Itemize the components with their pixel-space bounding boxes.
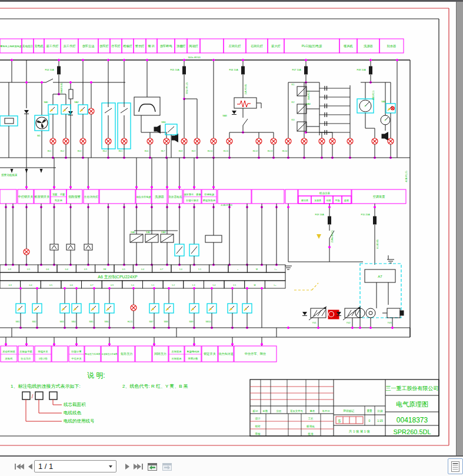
svg-text:0.7: 0.7 (90, 284, 93, 287)
svg-text:批准: 批准 (307, 432, 314, 436)
svg-text:YV2: YV2 (346, 322, 350, 324)
svg-text:0.5: 0.5 (49, 284, 52, 287)
svg-text:HL13: HL13 (268, 150, 273, 152)
svg-text:M: M (256, 268, 258, 271)
previous-view-icon (146, 461, 158, 472)
svg-text:YV1: YV1 (312, 322, 316, 324)
svg-text:签名: 签名 (310, 410, 315, 412)
first-page-button[interactable] (13, 462, 26, 471)
svg-text:SB10: SB10 (206, 321, 211, 323)
svg-text:KA1: KA1 (131, 231, 135, 234)
svg-text:比例: 比例 (377, 410, 383, 413)
svg-text:F07 10A: F07 10A (292, 68, 301, 71)
svg-text:空调电源: 空调电源 (204, 193, 215, 196)
svg-text:HL4: HL4 (103, 150, 107, 152)
svg-text:HL5: HL5 (119, 150, 123, 152)
next-view-icon (161, 461, 173, 472)
svg-text:SB0: SB0 (161, 121, 166, 124)
svg-text:4.0B-RY63: 4.0B-RY63 (221, 204, 232, 207)
svg-text:倒车蜂鸣: 倒车蜂鸣 (160, 44, 172, 48)
page-indicator: 1 / 1 (38, 462, 109, 471)
svg-text:4.0B-R1.25: 4.0B-R1.25 (405, 171, 408, 182)
svg-text:组合仪表: 组合仪表 (319, 192, 331, 195)
svg-text:SB7: SB7 (149, 321, 154, 323)
svg-text:舱室锁开关: 舱室锁开关 (35, 195, 50, 198)
svg-text:F04 10A: F04 10A (45, 68, 54, 71)
svg-text:25Wb-B1.25: 25Wb-B1.25 (331, 230, 334, 242)
page-view-button[interactable] (448, 458, 463, 474)
pdf-toolbar: 1 / 1 (0, 455, 463, 476)
svg-text:00418373: 00418373 (397, 416, 428, 424)
svg-text:更改文件号: 更改文件号 (290, 410, 304, 412)
svg-text:右转速器: 右转速器 (171, 357, 182, 360)
svg-text:·: · (218, 268, 219, 271)
svg-text:后工作灯: 后工作灯 (64, 44, 76, 48)
svg-text:倒车灯: 倒车灯 (99, 44, 109, 48)
svg-text:分区: 分区 (277, 410, 282, 412)
dropdown-caret-icon (109, 465, 112, 468)
svg-text:P: P (365, 105, 367, 108)
svg-text:A6 主控制CPU224XP: A6 主控制CPU224XP (98, 274, 138, 279)
svg-text:0.4: 0.4 (65, 268, 68, 271)
svg-text:0.6: 0.6 (46, 268, 49, 271)
svg-text:HL8: HL8 (179, 150, 183, 152)
svg-text:审核: 审核 (255, 432, 261, 435)
svg-text:回转压力: 回转压力 (154, 352, 166, 355)
svg-text:SB6: SB6 (105, 321, 109, 323)
svg-text:HL3: HL3 (78, 150, 82, 152)
svg-text:1、标注电线的连接方式表示如下:: 1、标注电线的连接方式表示如下: (11, 384, 81, 389)
svg-text:K3: K3 (292, 118, 295, 121)
svg-text:15A-Y0.85: 15A-Y0.85 (245, 84, 247, 95)
svg-text:SA5: SA5 (381, 100, 386, 103)
svg-text:顶棚灯: 顶棚灯 (176, 44, 186, 48)
page-number-combobox[interactable]: 1 / 1 (34, 460, 116, 472)
previous-page-button[interactable] (26, 462, 34, 471)
svg-text:喇 叭: 喇 叭 (148, 44, 156, 48)
svg-text:HL10: HL10 (208, 150, 213, 152)
svg-text:SB9: SB9 (189, 321, 194, 323)
previous-view-button[interactable] (145, 460, 159, 473)
svg-text:共 1 张 第 1 张: 共 1 张 第 1 张 (348, 430, 370, 434)
svg-text:洗涤器: 洗涤器 (363, 44, 373, 48)
svg-text:1.3: 1.3 (192, 284, 195, 287)
svg-text:行驶计量: 行驶计量 (71, 350, 82, 354)
svg-text:M: M (254, 284, 256, 287)
svg-text:深度计数: 深度计数 (188, 357, 198, 360)
svg-text:0.7: 0.7 (160, 268, 163, 271)
svg-text:倒车雷达: 倒车雷达 (82, 44, 95, 48)
svg-text:平衡: 平衡 (335, 199, 340, 202)
svg-text:1.2: 1.2 (172, 284, 175, 287)
svg-text:0: 0 (369, 419, 371, 422)
svg-text:说 明:: 说 明: (87, 371, 105, 380)
svg-text:KA2: KA2 (146, 231, 151, 234)
svg-text:30A-R2.5: 30A-R2.5 (308, 91, 310, 100)
last-page-icon (133, 463, 144, 470)
svg-text:SB4: SB4 (72, 321, 76, 323)
svg-text:前大灯: 前大灯 (271, 44, 281, 48)
svg-text:1.5: 1.5 (233, 284, 236, 287)
next-view-button[interactable] (159, 460, 174, 473)
svg-text:充电机: 充电机 (34, 44, 44, 48)
next-page-button[interactable] (124, 462, 132, 471)
svg-text:0.6: 0.6 (70, 284, 73, 287)
svg-text:SB3: SB3 (60, 321, 64, 323)
svg-text:SB8: SB8 (164, 321, 168, 323)
svg-text:SA2: SA2 (74, 101, 79, 104)
svg-text:发电机: 发电机 (5, 357, 14, 360)
svg-text:蓄电池上电检测电源: 蓄电池上电检测电源 (0, 45, 22, 48)
svg-text:充电指示: 充电指示 (22, 45, 34, 48)
svg-text:洗涤器: 洗涤器 (154, 195, 164, 199)
svg-text:SB5: SB5 (89, 321, 94, 323)
last-page-button[interactable] (132, 462, 145, 471)
svg-text:YV3: YV3 (387, 322, 391, 324)
svg-text:F10 20A: F10 20A (361, 213, 369, 216)
svg-text:0.4: 0.4 (29, 284, 32, 287)
svg-text:HL12: HL12 (253, 150, 258, 152)
svg-text:终端开关: 终端开关 (38, 350, 48, 353)
svg-text:电线线色: 电线线色 (64, 410, 82, 415)
svg-text:工艺: 工艺 (308, 417, 314, 420)
svg-text:暖风机: 暖风机 (344, 44, 353, 48)
svg-text:电气原理图: 电气原理图 (396, 401, 428, 408)
page-view-icon (451, 461, 459, 472)
svg-text:30Gr-RY63: 30Gr-RY63 (188, 56, 201, 59)
